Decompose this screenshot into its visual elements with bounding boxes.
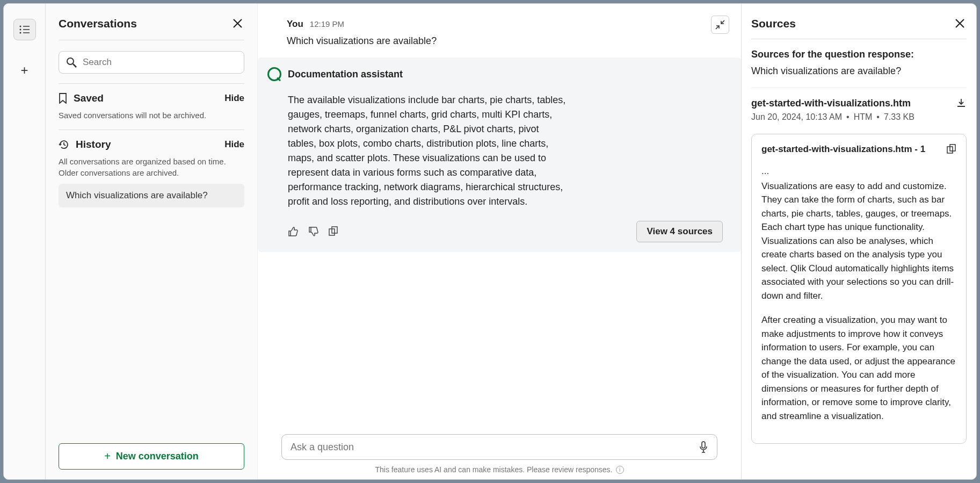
thumbs-down-icon[interactable] [308, 226, 319, 237]
message-sender: You [287, 19, 303, 30]
svg-point-0 [19, 26, 21, 27]
add-icon[interactable]: + [13, 60, 36, 81]
history-icon [59, 139, 69, 150]
svg-rect-14 [702, 442, 705, 448]
search-container [59, 51, 244, 74]
copy-icon[interactable] [329, 226, 338, 237]
svg-point-8 [67, 58, 74, 64]
history-label: History [76, 139, 111, 150]
view-sources-button[interactable]: View 4 sources [636, 221, 723, 242]
svg-line-11 [716, 26, 719, 29]
sources-title: Sources [751, 17, 796, 30]
question-input[interactable] [291, 442, 699, 453]
new-conversation-button[interactable]: + New conversation [59, 443, 244, 470]
source-file-name: get-started-with-visualizations.htm [751, 98, 911, 109]
microphone-icon[interactable] [699, 441, 708, 453]
user-message: You 12:19 PM Which visualizations are av… [287, 19, 723, 48]
hide-history-button[interactable]: Hide [224, 139, 244, 150]
plus-icon: + [104, 450, 111, 463]
source-card-title: get-started-with-visualizations.htm - 1 [761, 144, 925, 155]
sources-subtitle: Sources for the question response: [751, 49, 967, 60]
input-row [258, 429, 741, 462]
source-file-meta: Jun 20, 2024, 10:13 AM•HTM•7.33 KB [751, 112, 967, 122]
close-sidebar-icon[interactable] [231, 17, 244, 30]
source-excerpt-card: get-started-with-visualizations.htm - 1 … [751, 134, 967, 444]
search-icon [66, 57, 77, 68]
message-thread: You 12:19 PM Which visualizations are av… [258, 4, 741, 429]
assistant-message-text: The available visualizations include bar… [267, 93, 568, 209]
nav-rail: + [4, 4, 46, 479]
question-input-box [281, 434, 717, 460]
conversations-sidebar: Conversations Saved Hide Saved con [46, 4, 258, 479]
assistant-avatar-icon [267, 67, 281, 81]
user-message-text: Which visualizations are available? [287, 34, 723, 48]
svg-point-4 [19, 32, 21, 34]
source-file: get-started-with-visualizations.htm Jun … [751, 98, 967, 122]
search-input[interactable] [59, 51, 244, 74]
history-section: History Hide All conversations are organ… [59, 129, 244, 207]
reaction-bar [288, 226, 338, 237]
source-card-body: ... Visualizations are easy to add and c… [761, 164, 956, 423]
expand-icon[interactable] [947, 144, 956, 154]
saved-label: Saved [74, 92, 104, 104]
history-description: All conversations are organized based on… [59, 156, 244, 178]
conversations-list-icon[interactable] [13, 19, 36, 40]
saved-description: Saved conversations will not be archived… [59, 110, 244, 121]
assistant-name: Documentation assistant [288, 69, 403, 80]
ai-disclaimer: This feature uses AI and can make mistak… [258, 462, 741, 479]
collapse-icon[interactable] [711, 16, 729, 34]
app-window: + Conversations Saved Hide [3, 3, 977, 480]
sources-question: Which visualizations are available? [751, 66, 967, 88]
message-time: 12:19 PM [310, 19, 344, 28]
close-sources-icon[interactable] [953, 17, 967, 30]
new-conversation-label: New conversation [116, 451, 199, 462]
sidebar-title: Conversations [59, 17, 137, 30]
svg-line-9 [73, 64, 76, 67]
svg-line-10 [721, 20, 724, 24]
hide-saved-button[interactable]: Hide [224, 93, 244, 104]
history-item[interactable]: Which visualizations are available? [59, 184, 244, 207]
bookmark-icon [59, 93, 67, 104]
saved-section: Saved Hide Saved conversations will not … [59, 83, 244, 126]
chat-main: You 12:19 PM Which visualizations are av… [258, 4, 741, 479]
download-icon[interactable] [956, 98, 967, 109]
assistant-message: Documentation assistant The available vi… [258, 57, 741, 252]
svg-point-2 [19, 29, 21, 31]
thumbs-up-icon[interactable] [288, 226, 299, 237]
info-icon[interactable]: i [616, 466, 624, 474]
sources-panel: Sources Sources for the question respons… [741, 4, 976, 479]
